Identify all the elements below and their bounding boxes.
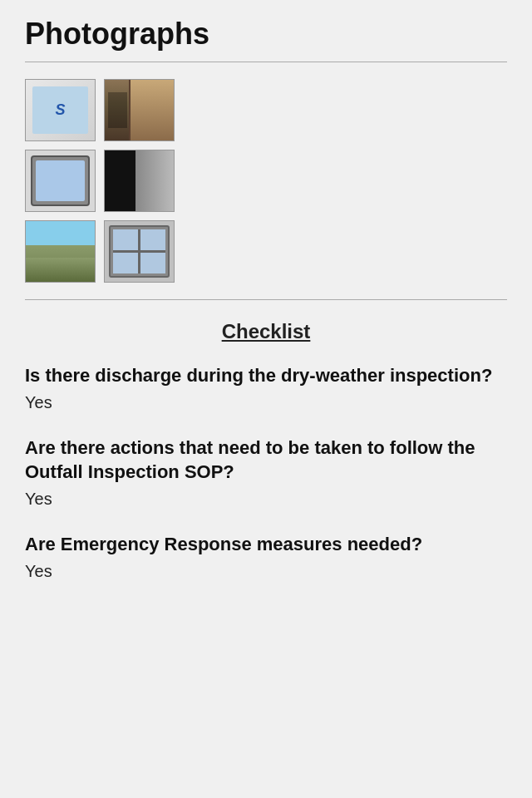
- photo-thumb-5[interactable]: [25, 220, 96, 283]
- checklist-title: Checklist: [25, 320, 507, 343]
- checklist-item-2: Are there actions that need to be taken …: [25, 436, 507, 509]
- page-container: Photographs Checklist Is there discharge…: [0, 0, 532, 798]
- photo-thumb-2[interactable]: [104, 79, 175, 141]
- checklist-answer-2: Yes: [25, 490, 507, 509]
- photo-thumb-1[interactable]: [25, 79, 96, 141]
- photo-thumb-4[interactable]: [104, 150, 175, 212]
- checklist-question-3: Are Emergency Response measures needed?: [25, 532, 507, 557]
- checklist-question-2: Are there actions that need to be taken …: [25, 436, 507, 485]
- photo-thumb-6[interactable]: [104, 220, 175, 283]
- photos-divider: [25, 62, 507, 62]
- photo-row-3: [25, 220, 507, 283]
- page-title: Photographs: [25, 17, 507, 52]
- photo-thumb-3[interactable]: [25, 150, 96, 212]
- checklist-item-1: Is there discharge during the dry-weathe…: [25, 363, 507, 412]
- photo-row-2: [25, 150, 507, 212]
- checklist-divider: [25, 299, 507, 300]
- checklist-item-3: Are Emergency Response measures needed? …: [25, 532, 507, 581]
- photos-grid: [25, 79, 507, 283]
- checklist-question-1: Is there discharge during the dry-weathe…: [25, 363, 507, 388]
- photo-row-1: [25, 79, 507, 141]
- checklist-answer-3: Yes: [25, 562, 507, 581]
- checklist-answer-1: Yes: [25, 393, 507, 412]
